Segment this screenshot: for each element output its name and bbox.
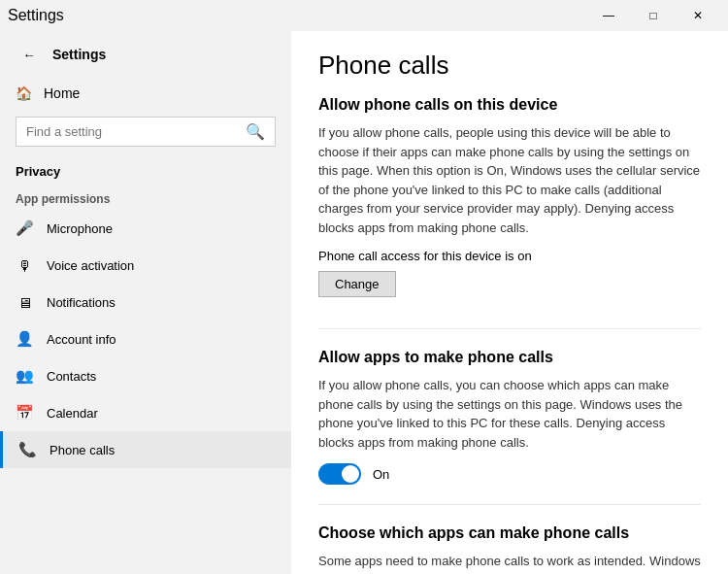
microphone-icon: 🎤 bbox=[16, 219, 33, 237]
sidebar-item-contacts[interactable]: 👥 Contacts bbox=[0, 357, 291, 394]
notifications-icon: 🖥 bbox=[16, 293, 33, 311]
microphone-label: Microphone bbox=[47, 221, 113, 236]
page-title: Phone calls bbox=[318, 51, 701, 81]
main-panel: Phone calls Allow phone calls on this de… bbox=[291, 31, 728, 574]
section2-description: If you allow phone calls, you can choose… bbox=[318, 376, 701, 452]
toggle-row: On bbox=[318, 463, 701, 485]
section1-title: Allow phone calls on this device bbox=[318, 96, 701, 114]
sidebar-item-voice-activation[interactable]: 🎙 Voice activation bbox=[0, 247, 291, 284]
account-info-label: Account info bbox=[47, 332, 116, 347]
voice-activation-label: Voice activation bbox=[47, 258, 134, 273]
sidebar-item-home[interactable]: 🏠 Home bbox=[0, 76, 291, 111]
maximize-button[interactable]: □ bbox=[631, 2, 676, 29]
title-bar: Settings — □ ✕ bbox=[0, 0, 728, 31]
account-info-icon: 👤 bbox=[16, 330, 33, 348]
sidebar-item-account-info[interactable]: 👤 Account info bbox=[0, 321, 291, 357]
minimize-button[interactable]: — bbox=[586, 2, 631, 29]
phone-calls-icon: 📞 bbox=[18, 441, 36, 458]
phone-calls-label: Phone calls bbox=[50, 443, 115, 457]
back-arrow-icon: ← bbox=[22, 48, 35, 62]
contacts-label: Contacts bbox=[47, 369, 96, 384]
sidebar-item-microphone[interactable]: 🎤 Microphone bbox=[0, 210, 291, 247]
search-icon: 🔍 bbox=[246, 122, 265, 141]
title-bar-title: Settings bbox=[8, 7, 64, 24]
privacy-label: Privacy bbox=[0, 156, 291, 185]
section3-title: Choose which apps can make phone calls bbox=[318, 524, 701, 542]
close-button[interactable]: ✕ bbox=[676, 2, 720, 29]
voice-activation-icon: 🎙 bbox=[16, 256, 33, 274]
sidebar-item-calendar[interactable]: 📅 Calendar bbox=[0, 394, 291, 431]
sidebar-item-notifications[interactable]: 🖥 Notifications bbox=[0, 284, 291, 321]
phone-calls-toggle[interactable] bbox=[318, 463, 361, 485]
section-divider-2 bbox=[318, 504, 701, 505]
section2-title: Allow apps to make phone calls bbox=[318, 349, 701, 366]
sidebar-header: ← Settings bbox=[0, 31, 291, 76]
calendar-icon: 📅 bbox=[16, 404, 33, 422]
section3-description: Some apps need to make phone calls to wo… bbox=[318, 552, 701, 571]
section1-status: Phone call access for this device is on bbox=[318, 249, 701, 263]
app-body: ← Settings 🏠 Home 🔍 Privacy App permissi… bbox=[0, 31, 728, 574]
sidebar-item-phone-calls[interactable]: 📞 Phone calls bbox=[0, 431, 291, 468]
contacts-icon: 👥 bbox=[16, 367, 33, 385]
toggle-label: On bbox=[373, 467, 389, 482]
home-icon: 🏠 bbox=[16, 85, 32, 101]
back-button[interactable]: ← bbox=[16, 41, 43, 68]
calendar-label: Calendar bbox=[47, 406, 98, 421]
sidebar: ← Settings 🏠 Home 🔍 Privacy App permissi… bbox=[0, 31, 291, 574]
search-input[interactable] bbox=[26, 124, 240, 139]
change-button[interactable]: Change bbox=[318, 271, 396, 297]
home-label: Home bbox=[44, 85, 80, 101]
search-box: 🔍 bbox=[16, 117, 276, 147]
title-bar-controls: — □ ✕ bbox=[586, 2, 720, 29]
toggle-thumb bbox=[342, 465, 359, 483]
section1-description: If you allow phone calls, people using t… bbox=[318, 123, 701, 237]
settings-title: Settings bbox=[52, 47, 106, 62]
section-divider-1 bbox=[318, 328, 701, 329]
notifications-label: Notifications bbox=[47, 295, 116, 310]
section-label: App permissions bbox=[0, 185, 291, 210]
